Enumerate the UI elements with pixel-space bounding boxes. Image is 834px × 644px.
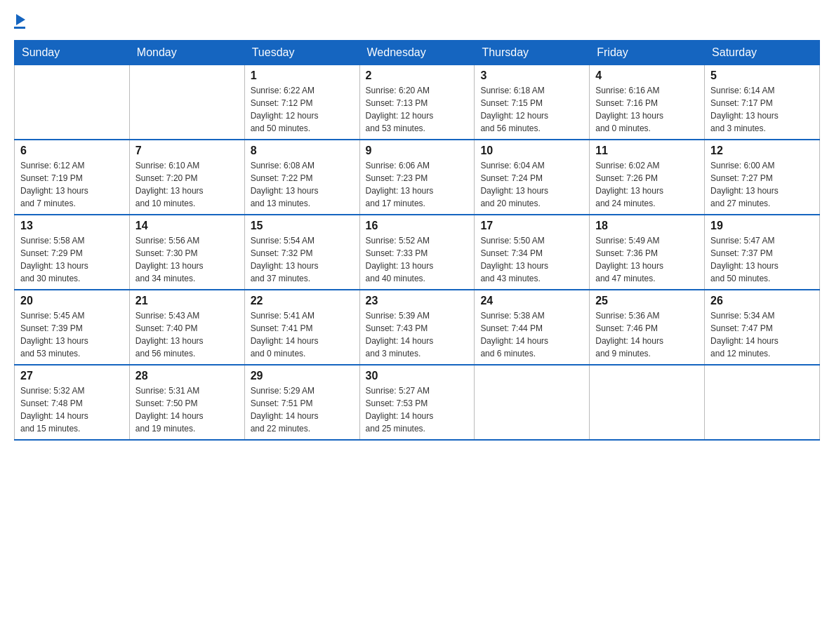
day-number: 17 <box>480 220 583 232</box>
calendar-cell: 1Sunrise: 6:22 AMSunset: 7:12 PMDaylight… <box>244 65 359 140</box>
calendar-cell: 12Sunrise: 6:00 AMSunset: 7:27 PMDayligh… <box>705 140 820 215</box>
weekday-header-sunday: Sunday <box>15 41 130 65</box>
day-number: 7 <box>135 145 239 157</box>
day-info: Sunrise: 6:10 AMSunset: 7:20 PMDaylight:… <box>135 159 239 210</box>
calendar-cell: 30Sunrise: 5:27 AMSunset: 7:53 PMDayligh… <box>359 365 475 440</box>
day-info: Sunrise: 6:04 AMSunset: 7:24 PMDaylight:… <box>480 159 583 210</box>
day-info: Sunrise: 6:08 AMSunset: 7:22 PMDaylight:… <box>251 159 354 210</box>
calendar-cell: 23Sunrise: 5:39 AMSunset: 7:43 PMDayligh… <box>359 290 475 365</box>
day-info: Sunrise: 5:31 AMSunset: 7:50 PMDaylight:… <box>135 384 239 435</box>
day-info: Sunrise: 5:41 AMSunset: 7:41 PMDaylight:… <box>251 309 354 360</box>
weekday-header-saturday: Saturday <box>705 41 820 65</box>
day-number: 6 <box>20 145 124 157</box>
day-number: 30 <box>366 370 469 382</box>
day-number: 16 <box>366 220 469 232</box>
weekday-header-monday: Monday <box>129 41 244 65</box>
calendar-cell: 11Sunrise: 6:02 AMSunset: 7:26 PMDayligh… <box>590 140 705 215</box>
day-number: 23 <box>366 295 469 307</box>
day-info: Sunrise: 5:39 AMSunset: 7:43 PMDaylight:… <box>366 309 469 360</box>
calendar-cell: 3Sunrise: 6:18 AMSunset: 7:15 PMDaylight… <box>475 65 590 140</box>
calendar-cell: 24Sunrise: 5:38 AMSunset: 7:44 PMDayligh… <box>475 290 590 365</box>
weekday-header-friday: Friday <box>590 41 705 65</box>
calendar-cell <box>475 365 590 440</box>
day-number: 3 <box>480 69 583 82</box>
day-number: 13 <box>20 220 124 232</box>
calendar-cell: 4Sunrise: 6:16 AMSunset: 7:16 PMDaylight… <box>590 65 705 140</box>
calendar-week-row-4: 20Sunrise: 5:45 AMSunset: 7:39 PMDayligh… <box>15 290 820 365</box>
day-number: 24 <box>480 295 583 307</box>
day-info: Sunrise: 5:54 AMSunset: 7:32 PMDaylight:… <box>251 234 354 285</box>
day-number: 5 <box>710 69 814 82</box>
day-number: 28 <box>135 370 239 382</box>
calendar-week-row-5: 27Sunrise: 5:32 AMSunset: 7:48 PMDayligh… <box>15 365 820 440</box>
day-info: Sunrise: 6:06 AMSunset: 7:23 PMDaylight:… <box>366 159 469 210</box>
calendar-header-row: SundayMondayTuesdayWednesdayThursdayFrid… <box>15 41 820 65</box>
calendar-cell: 26Sunrise: 5:34 AMSunset: 7:47 PMDayligh… <box>705 290 820 365</box>
calendar-cell: 5Sunrise: 6:14 AMSunset: 7:17 PMDaylight… <box>705 65 820 140</box>
calendar-cell: 25Sunrise: 5:36 AMSunset: 7:46 PMDayligh… <box>590 290 705 365</box>
calendar-cell: 27Sunrise: 5:32 AMSunset: 7:48 PMDayligh… <box>15 365 130 440</box>
day-number: 2 <box>366 69 469 82</box>
day-number: 9 <box>366 145 469 157</box>
day-info: Sunrise: 5:27 AMSunset: 7:53 PMDaylight:… <box>366 384 469 435</box>
calendar-cell: 18Sunrise: 5:49 AMSunset: 7:36 PMDayligh… <box>590 215 705 290</box>
day-info: Sunrise: 5:56 AMSunset: 7:30 PMDaylight:… <box>135 234 239 285</box>
weekday-header-tuesday: Tuesday <box>244 41 359 65</box>
calendar-cell: 7Sunrise: 6:10 AMSunset: 7:20 PMDaylight… <box>129 140 244 215</box>
day-info: Sunrise: 6:12 AMSunset: 7:19 PMDaylight:… <box>20 159 124 210</box>
day-info: Sunrise: 6:14 AMSunset: 7:17 PMDaylight:… <box>710 84 814 135</box>
logo-blue-row <box>14 14 25 27</box>
day-info: Sunrise: 5:45 AMSunset: 7:39 PMDaylight:… <box>20 309 124 360</box>
calendar-cell <box>590 365 705 440</box>
day-info: Sunrise: 5:52 AMSunset: 7:33 PMDaylight:… <box>366 234 469 285</box>
day-number: 15 <box>251 220 354 232</box>
logo-triangle-icon <box>16 14 25 25</box>
day-info: Sunrise: 6:00 AMSunset: 7:27 PMDaylight:… <box>710 159 814 210</box>
day-info: Sunrise: 5:50 AMSunset: 7:34 PMDaylight:… <box>480 234 583 285</box>
day-number: 10 <box>480 145 583 157</box>
day-info: Sunrise: 5:58 AMSunset: 7:29 PMDaylight:… <box>20 234 124 285</box>
day-number: 26 <box>710 295 814 307</box>
day-info: Sunrise: 5:34 AMSunset: 7:47 PMDaylight:… <box>710 309 814 360</box>
weekday-header-thursday: Thursday <box>475 41 590 65</box>
day-number: 20 <box>20 295 124 307</box>
day-number: 19 <box>710 220 814 232</box>
calendar-cell <box>705 365 820 440</box>
day-number: 12 <box>710 145 814 157</box>
day-number: 22 <box>251 295 354 307</box>
calendar-cell: 8Sunrise: 6:08 AMSunset: 7:22 PMDaylight… <box>244 140 359 215</box>
page-header <box>14 14 820 29</box>
calendar-cell: 14Sunrise: 5:56 AMSunset: 7:30 PMDayligh… <box>129 215 244 290</box>
calendar-cell: 17Sunrise: 5:50 AMSunset: 7:34 PMDayligh… <box>475 215 590 290</box>
day-number: 1 <box>251 69 354 82</box>
calendar-cell: 21Sunrise: 5:43 AMSunset: 7:40 PMDayligh… <box>129 290 244 365</box>
day-number: 4 <box>595 69 699 82</box>
day-number: 27 <box>20 370 124 382</box>
weekday-header-wednesday: Wednesday <box>359 41 475 65</box>
day-number: 18 <box>595 220 699 232</box>
day-number: 25 <box>595 295 699 307</box>
day-info: Sunrise: 6:16 AMSunset: 7:16 PMDaylight:… <box>595 84 699 135</box>
day-number: 14 <box>135 220 239 232</box>
day-info: Sunrise: 5:32 AMSunset: 7:48 PMDaylight:… <box>20 384 124 435</box>
logo <box>14 14 25 29</box>
calendar-week-row-3: 13Sunrise: 5:58 AMSunset: 7:29 PMDayligh… <box>15 215 820 290</box>
calendar-cell: 10Sunrise: 6:04 AMSunset: 7:24 PMDayligh… <box>475 140 590 215</box>
day-info: Sunrise: 5:49 AMSunset: 7:36 PMDaylight:… <box>595 234 699 285</box>
day-info: Sunrise: 6:20 AMSunset: 7:13 PMDaylight:… <box>366 84 469 135</box>
logo-name <box>14 14 25 29</box>
calendar-cell: 19Sunrise: 5:47 AMSunset: 7:37 PMDayligh… <box>705 215 820 290</box>
calendar-cell: 9Sunrise: 6:06 AMSunset: 7:23 PMDaylight… <box>359 140 475 215</box>
calendar-cell <box>15 65 130 140</box>
calendar-cell <box>129 65 244 140</box>
calendar-cell: 15Sunrise: 5:54 AMSunset: 7:32 PMDayligh… <box>244 215 359 290</box>
day-info: Sunrise: 6:18 AMSunset: 7:15 PMDaylight:… <box>480 84 583 135</box>
calendar-cell: 13Sunrise: 5:58 AMSunset: 7:29 PMDayligh… <box>15 215 130 290</box>
calendar-cell: 20Sunrise: 5:45 AMSunset: 7:39 PMDayligh… <box>15 290 130 365</box>
day-info: Sunrise: 5:29 AMSunset: 7:51 PMDaylight:… <box>251 384 354 435</box>
day-info: Sunrise: 5:47 AMSunset: 7:37 PMDaylight:… <box>710 234 814 285</box>
day-info: Sunrise: 6:02 AMSunset: 7:26 PMDaylight:… <box>595 159 699 210</box>
calendar-cell: 22Sunrise: 5:41 AMSunset: 7:41 PMDayligh… <box>244 290 359 365</box>
day-info: Sunrise: 5:38 AMSunset: 7:44 PMDaylight:… <box>480 309 583 360</box>
calendar-cell: 6Sunrise: 6:12 AMSunset: 7:19 PMDaylight… <box>15 140 130 215</box>
